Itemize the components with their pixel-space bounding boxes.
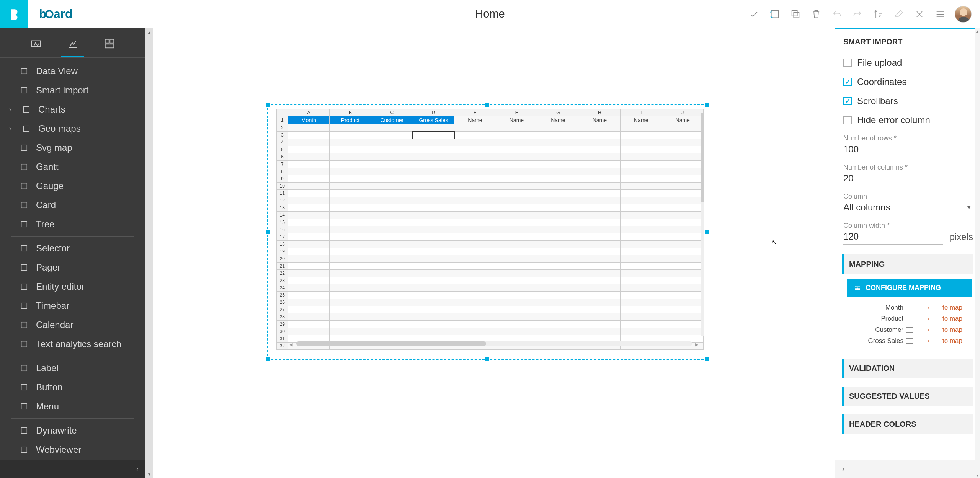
cell[interactable] — [579, 146, 620, 153]
cell[interactable] — [537, 299, 579, 306]
cell[interactable] — [621, 284, 662, 292]
cell[interactable] — [330, 263, 371, 270]
checkbox-file-upload[interactable]: File upload — [842, 53, 973, 72]
cell[interactable] — [330, 153, 371, 161]
cell[interactable] — [371, 212, 413, 219]
cell[interactable] — [662, 292, 704, 299]
cell[interactable] — [662, 255, 704, 263]
cell[interactable] — [288, 226, 329, 233]
cell[interactable] — [579, 299, 620, 306]
cell[interactable] — [621, 168, 662, 175]
sidebar-item-gauge[interactable]: Gauge — [0, 176, 145, 196]
cell[interactable] — [579, 255, 620, 263]
cell[interactable] — [454, 197, 496, 204]
column-header-cell[interactable]: Name — [662, 116, 704, 124]
cell[interactable] — [413, 277, 454, 284]
cell[interactable] — [288, 219, 329, 226]
cell[interactable] — [537, 139, 579, 146]
resize-handle[interactable] — [266, 357, 270, 361]
cell[interactable] — [537, 161, 579, 168]
cell[interactable] — [621, 299, 662, 306]
cell[interactable] — [537, 183, 579, 190]
cell[interactable] — [288, 139, 329, 146]
cell[interactable] — [621, 161, 662, 168]
cell[interactable] — [579, 219, 620, 226]
cell[interactable] — [537, 175, 579, 183]
cell[interactable] — [454, 212, 496, 219]
cell[interactable] — [537, 241, 579, 248]
cell[interactable] — [579, 212, 620, 219]
cell[interactable] — [662, 299, 704, 306]
row-header[interactable]: 31 — [277, 335, 288, 343]
cell[interactable] — [662, 204, 704, 212]
sidebar-item-menu[interactable]: Menu — [0, 397, 145, 416]
cell[interactable] — [579, 233, 620, 241]
cell[interactable] — [288, 190, 329, 197]
cell[interactable] — [662, 124, 704, 132]
cell[interactable] — [454, 219, 496, 226]
row-header[interactable]: 27 — [277, 306, 288, 313]
cell[interactable] — [413, 153, 454, 161]
cell[interactable] — [662, 153, 704, 161]
cell[interactable] — [371, 168, 413, 175]
cell[interactable] — [621, 183, 662, 190]
sidebar-item-button[interactable]: Button — [0, 378, 145, 397]
sidebar-item-gantt[interactable]: Gantt — [0, 157, 145, 176]
cell[interactable] — [330, 299, 371, 306]
cell[interactable] — [496, 161, 537, 168]
confirm-icon[interactable] — [748, 8, 760, 20]
row-header[interactable]: 2 — [277, 124, 288, 132]
cell[interactable] — [662, 183, 704, 190]
resize-handle[interactable] — [266, 103, 270, 107]
cell[interactable] — [579, 284, 620, 292]
sidebar-item-webviewer[interactable]: Webviewer — [0, 440, 145, 459]
tab-charts-icon[interactable] — [66, 37, 80, 51]
cell[interactable] — [371, 241, 413, 248]
cell[interactable] — [371, 255, 413, 263]
cell[interactable] — [454, 204, 496, 212]
row-header[interactable]: 16 — [277, 226, 288, 233]
cell[interactable] — [330, 292, 371, 299]
cell[interactable] — [621, 219, 662, 226]
cell[interactable] — [371, 197, 413, 204]
col-header[interactable]: A — [288, 109, 329, 116]
sidebar-item-text-analytics-search[interactable]: Text analytics search — [0, 334, 145, 354]
cell[interactable] — [662, 197, 704, 204]
mapping-section-header[interactable]: MAPPING — [842, 254, 973, 274]
cell[interactable] — [413, 139, 454, 146]
cell[interactable] — [537, 321, 579, 328]
cell[interactable] — [537, 146, 579, 153]
cell[interactable] — [662, 219, 704, 226]
field-value[interactable]: 100 — [843, 142, 972, 157]
cell[interactable] — [579, 328, 620, 335]
cell[interactable] — [537, 204, 579, 212]
column-select[interactable]: Column All columns▼ — [842, 188, 973, 217]
cell[interactable] — [579, 270, 620, 277]
cell[interactable] — [454, 153, 496, 161]
cell[interactable] — [496, 219, 537, 226]
cell[interactable] — [537, 168, 579, 175]
cell[interactable] — [288, 132, 329, 139]
cell[interactable] — [496, 175, 537, 183]
cell[interactable] — [330, 132, 371, 139]
cell[interactable] — [330, 255, 371, 263]
cell[interactable] — [537, 197, 579, 204]
cell[interactable] — [579, 263, 620, 270]
cell[interactable] — [662, 161, 704, 168]
cell[interactable] — [621, 277, 662, 284]
sidebar-item-smart-import[interactable]: Smart import — [0, 81, 145, 100]
sidebar-item-pager[interactable]: Pager — [0, 258, 145, 277]
cell[interactable] — [371, 270, 413, 277]
cell[interactable] — [288, 328, 329, 335]
resize-handle[interactable] — [705, 230, 709, 234]
cell[interactable] — [662, 146, 704, 153]
cell[interactable] — [288, 204, 329, 212]
cell[interactable] — [330, 233, 371, 241]
cell[interactable] — [621, 212, 662, 219]
cell[interactable] — [413, 233, 454, 241]
cell[interactable] — [537, 132, 579, 139]
cell[interactable] — [330, 248, 371, 255]
cell[interactable] — [579, 175, 620, 183]
cell[interactable] — [662, 132, 704, 139]
cell[interactable] — [330, 204, 371, 212]
